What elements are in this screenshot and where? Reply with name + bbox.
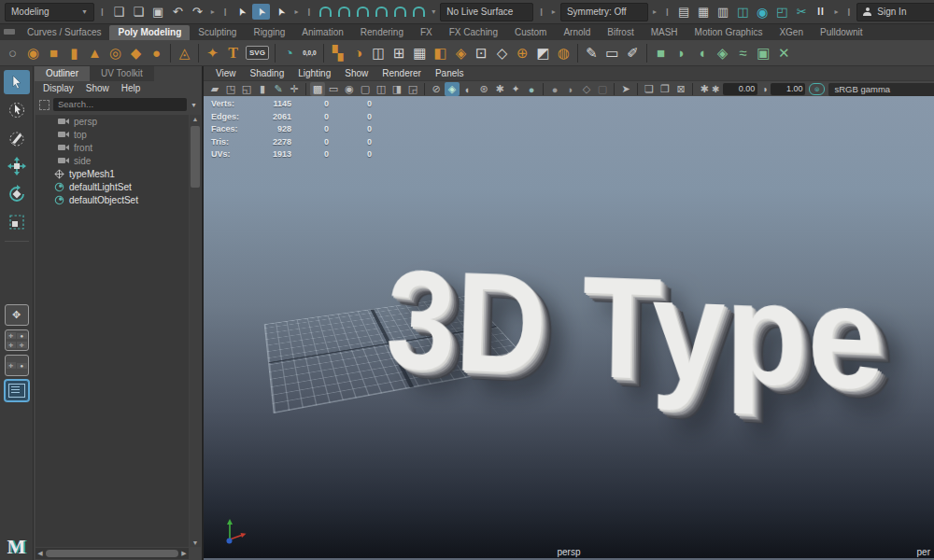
scroll-down-icon[interactable]: ▼ xyxy=(190,539,201,546)
layout-outliner-persp-button[interactable] xyxy=(5,380,29,401)
reduce-icon[interactable]: ◍ xyxy=(554,42,573,64)
shelf-tab-rigging[interactable]: Rigging xyxy=(245,25,293,40)
exposure-field[interactable]: 0.00 xyxy=(723,83,757,95)
outliner-item-defaultlightset[interactable]: defaultLightSet xyxy=(35,180,189,193)
menu-panels[interactable]: Panels xyxy=(435,68,464,78)
exposure-icon[interactable]: ● xyxy=(547,82,562,96)
outliner-item-top[interactable]: top xyxy=(35,128,189,141)
shelf-tab-fx[interactable]: FX xyxy=(412,25,441,40)
outliner-vscrollbar[interactable]: ▲ ▼ xyxy=(190,115,201,547)
snap-origin-icon[interactable]: 0,0,0 xyxy=(300,42,319,64)
open-scene-icon[interactable]: ❏ xyxy=(130,3,148,21)
shelf-tab-pulldownit[interactable]: Pulldownit xyxy=(812,25,871,40)
platonic-solid-icon[interactable]: ◬ xyxy=(175,42,194,64)
bevel-icon[interactable]: ◈ xyxy=(451,42,471,64)
poly-sphere-icon[interactable]: ◉ xyxy=(23,42,43,64)
viewport-canvas[interactable]: 3D Type Verts:114500 Edges:206100 Faces:… xyxy=(204,96,934,560)
shelf-tab-animation[interactable]: Animation xyxy=(293,25,351,40)
camera-bookmark-icon[interactable]: ◱ xyxy=(239,82,254,96)
menu-display[interactable]: Display xyxy=(43,83,74,93)
menu-view[interactable]: View xyxy=(216,68,236,78)
disabled-icon[interactable]: ▢ xyxy=(595,82,610,96)
render-current-frame-icon[interactable]: ▦ xyxy=(695,3,713,21)
move-tool[interactable] xyxy=(4,154,30,178)
poly-disc-icon[interactable]: ● xyxy=(147,42,166,64)
outliner-item-persp[interactable]: persp xyxy=(35,115,189,128)
2d-pan-zoom-icon[interactable]: ✎ xyxy=(271,82,286,96)
shelf-tab-bifrost[interactable]: Bifrost xyxy=(599,25,642,40)
hscroll-thumb[interactable] xyxy=(46,550,178,557)
shadows-icon[interactable]: ◫ xyxy=(374,82,389,96)
field-chart-icon[interactable]: ❏ xyxy=(642,82,657,96)
poly-cube-icon[interactable]: ■ xyxy=(44,42,64,64)
outliner-item-typemesh1[interactable]: typeMesh1 xyxy=(35,167,189,180)
shelf-tab-rendering[interactable]: Rendering xyxy=(352,25,412,40)
shelf-tab-custom[interactable]: Custom xyxy=(506,25,555,40)
snap-curve-icon[interactable] xyxy=(338,7,350,17)
gamma-field[interactable]: 1.00 xyxy=(771,83,805,95)
shelf-tab-sculpting[interactable]: Sculpting xyxy=(190,25,245,40)
scroll-left-icon[interactable]: ◀ xyxy=(35,550,45,557)
lasso-tool[interactable] xyxy=(4,98,30,122)
search-input[interactable]: Search... xyxy=(53,98,187,111)
viewport-settings-icon[interactable]: ✱ xyxy=(697,82,712,96)
combine-icon[interactable]: ▚ xyxy=(328,42,347,64)
aa-sample-icon[interactable]: ● xyxy=(524,82,539,96)
pause-viewport-icon[interactable]: II xyxy=(813,3,830,21)
motion-blur-icon[interactable]: ◲ xyxy=(405,82,420,96)
type-tool-icon[interactable]: T xyxy=(223,42,243,64)
render-view-icon[interactable]: ▤ xyxy=(675,3,693,21)
scene-3d-text[interactable]: 3D Type xyxy=(384,239,884,425)
redo-icon[interactable]: ↷ xyxy=(189,3,206,21)
wire-on-shaded-icon[interactable]: ⊘ xyxy=(429,82,444,96)
menu-show[interactable]: Show xyxy=(86,83,109,93)
outliner-item-side[interactable]: side xyxy=(35,154,189,167)
multi-cut-icon[interactable]: ✎ xyxy=(582,42,601,64)
holdout-icon[interactable]: ✦ xyxy=(508,82,523,96)
render-sequence-icon[interactable]: ◫ xyxy=(734,3,752,21)
outliner-item-front[interactable]: front xyxy=(35,141,189,154)
outliner-hscrollbar[interactable]: ◀ ▶ xyxy=(35,548,189,559)
exposure-toggle-icon[interactable]: ✱ xyxy=(712,84,719,94)
shelf-options-icon[interactable]: ○ xyxy=(3,42,22,64)
ssao-icon[interactable]: ◨ xyxy=(389,82,404,96)
scale-tool[interactable] xyxy=(4,210,30,234)
sculpt-flatten-icon[interactable]: ✕ xyxy=(774,42,794,64)
render-settings-icon[interactable]: ◉ xyxy=(754,3,771,21)
image-plane-icon[interactable]: ▮ xyxy=(255,82,270,96)
sculpt-grab-icon[interactable]: ◈ xyxy=(713,42,732,64)
tab-outliner[interactable]: Outliner xyxy=(35,66,90,81)
ipr-render-icon[interactable]: ▥ xyxy=(715,3,732,21)
sculpt-pinch-icon[interactable]: ≈ xyxy=(733,42,753,64)
poly-plane-icon[interactable]: ◆ xyxy=(126,42,146,64)
sign-in-button[interactable]: Sign In ▼ xyxy=(856,3,934,21)
quad-draw-icon[interactable]: ✐ xyxy=(623,42,643,64)
select-hierarchy-icon[interactable]: ➤ xyxy=(233,4,250,20)
select-tool[interactable] xyxy=(4,70,30,94)
save-scene-icon[interactable]: ▣ xyxy=(149,3,167,21)
shelf-tab-curves-surfaces[interactable]: Curves / Surfaces xyxy=(19,25,109,40)
snap-grid-icon[interactable] xyxy=(319,7,332,17)
sculpt-tool-icon[interactable]: ■ xyxy=(651,42,671,64)
sculpt-knife-icon[interactable]: ▣ xyxy=(754,42,773,64)
sculpt-smooth-icon[interactable]: ◗ xyxy=(672,42,691,64)
view-transform-icon[interactable]: ◇ xyxy=(579,82,594,96)
snap-point-icon[interactable] xyxy=(357,7,369,17)
paint-select-tool[interactable] xyxy=(4,126,30,150)
bridge-icon[interactable]: ⊡ xyxy=(472,42,491,64)
menu-renderer[interactable]: Renderer xyxy=(382,68,421,78)
hypershade-icon[interactable]: ◰ xyxy=(773,3,791,21)
rotate-tool[interactable] xyxy=(4,182,30,206)
sculpt-relax-icon[interactable]: ◖ xyxy=(692,42,712,64)
snap-live-icon[interactable] xyxy=(413,7,425,17)
vscroll-thumb[interactable] xyxy=(191,126,200,188)
menu-show[interactable]: Show xyxy=(345,68,368,78)
menu-set-dropdown[interactable]: Modeling ▼ xyxy=(5,3,94,21)
select-component-icon[interactable]: ➤ xyxy=(272,4,290,20)
select-camera-icon[interactable]: ▰ xyxy=(207,82,222,96)
menu-help[interactable]: Help xyxy=(121,83,141,93)
live-surface-field[interactable]: No Live Surface xyxy=(440,3,533,21)
poly-torus-icon[interactable]: ◎ xyxy=(106,42,125,64)
menu-lighting[interactable]: Lighting xyxy=(298,68,331,78)
shelf-tab-fx-caching[interactable]: FX Caching xyxy=(441,25,506,40)
